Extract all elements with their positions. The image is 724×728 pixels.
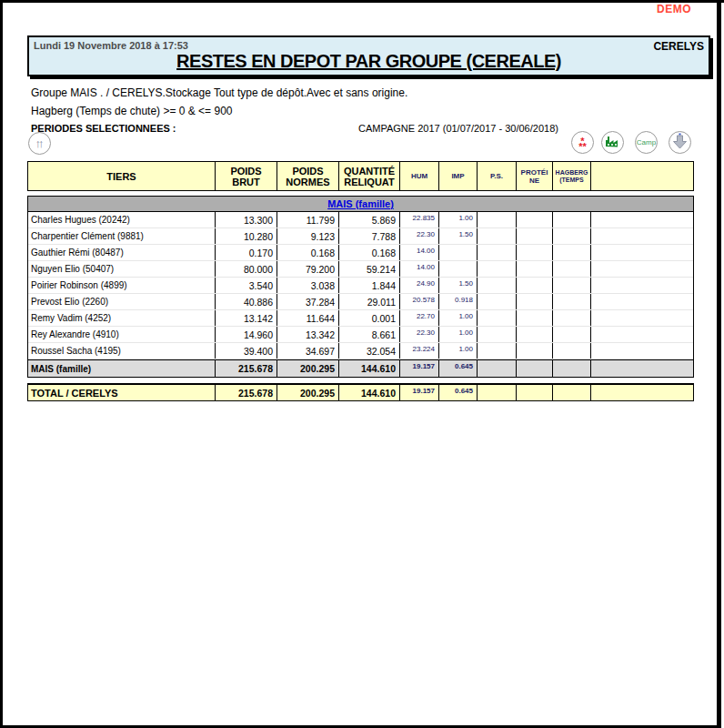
table-row: Prevost Elio (2260) 40.886 37.284 29.011… [28, 294, 693, 310]
cell-tiers: Prevost Elio (2260) [28, 294, 216, 309]
cell-proteine [517, 261, 553, 277]
cell-extra [591, 245, 693, 260]
cell-poids-normes: 13.342 [277, 327, 339, 342]
col-header-ps: P.S. [478, 162, 517, 190]
cell-quantite-reliquat: 32.054 [339, 343, 400, 359]
page-border-left [0, 0, 3, 728]
cell-quantite-reliquat: 29.011 [339, 294, 400, 309]
page-border-top [0, 0, 724, 3]
cell-poids-normes: 79.200 [277, 261, 339, 277]
hagberg-filter-line: Hagberg (Temps de chute) >= 0 & <= 900 [31, 105, 232, 117]
cell-poids-normes: 200.295 [277, 385, 339, 400]
cell-poids-brut: 40.886 [216, 294, 277, 309]
cell-tiers: Remy Vadim (4252) [28, 310, 216, 326]
group-link[interactable]: MAIS (famille) [327, 198, 394, 209]
cell-poids-normes: 34.697 [277, 343, 339, 359]
table-row: Charles Hugues (20242) 13.300 11.799 5.8… [28, 212, 693, 228]
cell-hum: 19.157 [400, 360, 439, 377]
cell-imp [439, 261, 478, 277]
cell-tiers: Nguyen Elio (50407) [28, 261, 216, 277]
cell-extra [591, 212, 693, 228]
cell-hum: 14.00 [400, 245, 439, 260]
selection-criteria-button[interactable]: * ** [571, 131, 594, 154]
cell-tiers: Charpentier Clément (9881) [28, 228, 216, 244]
cell-extra [591, 294, 693, 309]
cell-proteine [517, 327, 553, 342]
site-button[interactable] [601, 131, 624, 154]
cell-extra [591, 228, 693, 244]
cell-poids-normes: 11.799 [277, 212, 339, 228]
cell-poids-normes: 37.284 [277, 294, 339, 309]
cell-extra [591, 310, 693, 326]
cell-hagberg [553, 245, 591, 260]
cell-hagberg [553, 278, 591, 293]
cell-hum: 20.578 [400, 294, 439, 309]
demo-watermark: DEMO [657, 3, 691, 15]
col-header-proteine: PROTÉINE [517, 162, 553, 190]
cell-quantite-reliquat: 144.610 [339, 360, 400, 377]
group-total-row: MAIS (famille) 215.678 200.295 144.610 1… [28, 359, 693, 377]
cell-poids-normes: 3.038 [277, 278, 339, 293]
cell-quantite-reliquat: 8.661 [339, 327, 400, 342]
cell-extra [591, 327, 693, 342]
col-header-poids-normes: POIDS NORMES [277, 162, 339, 190]
periods-label: PERIODES SELECTIONNEES : [31, 123, 176, 134]
col-header-quantite-reliquat: QUANTITÉ RELIQUAT [339, 162, 400, 190]
cell-extra [591, 360, 693, 377]
cell-extra [591, 278, 693, 293]
cell-tiers: Roussel Sacha (4195) [28, 343, 216, 359]
factory-icon [605, 135, 621, 151]
col-header-extra [591, 162, 693, 190]
cell-poids-brut: 10.280 [216, 228, 277, 244]
cell-hagberg [553, 261, 591, 277]
cell-poids-brut: 13.300 [216, 212, 277, 228]
cell-tiers: Poirier Robinson (4899) [28, 278, 216, 293]
cell-ps [478, 327, 517, 342]
table-header-row: TIERS POIDS BRUT POIDS NORMES QUANTITÉ R… [27, 161, 694, 191]
col-header-tiers: TIERS [28, 162, 216, 190]
table-row: Charpentier Clément (9881) 10.280 9.123 … [28, 228, 693, 245]
scroll-top-button[interactable]: ↑↑ [28, 132, 51, 155]
export-down-button[interactable] [669, 131, 691, 154]
cell-extra [591, 343, 693, 359]
cell-proteine [517, 385, 553, 400]
cell-proteine [517, 310, 553, 326]
cell-hum: 24.90 [400, 278, 439, 293]
cell-poids-normes: 9.123 [277, 228, 339, 244]
cell-proteine [517, 278, 553, 293]
cell-ps [478, 294, 517, 309]
cell-hagberg [553, 310, 591, 326]
cell-ps [478, 385, 517, 400]
cell-quantite-reliquat: 59.214 [339, 261, 400, 277]
cell-tiers: Rey Alexandre (4910) [28, 327, 216, 342]
cell-imp [439, 245, 478, 260]
cell-hum: 14.00 [400, 261, 439, 277]
group-header-row: MAIS (famille) [28, 197, 693, 212]
cell-quantite-reliquat: 144.610 [339, 385, 400, 400]
cell-hagberg [553, 343, 591, 359]
report-header-box: Lundi 19 Novembre 2018 à 17:53 CERELYS R… [27, 35, 710, 76]
cell-imp: 1.00 [439, 212, 478, 228]
cell-proteine [517, 343, 553, 359]
group-scope-line: Groupe MAIS . / CERELYS.Stockage Tout ty… [31, 86, 407, 99]
cell-tiers: MAIS (famille) [28, 360, 216, 377]
cell-hum: 22.30 [400, 327, 439, 342]
cell-proteine [517, 212, 553, 228]
cell-ps [478, 278, 517, 293]
cell-imp: 0.918 [439, 294, 478, 309]
campaign-label: CAMPAGNE 2017 (01/07/2017 - 30/06/2018) [358, 123, 558, 134]
cell-imp: 1.00 [439, 310, 478, 326]
cell-hagberg [553, 294, 591, 309]
down-arrow-icon [672, 133, 688, 153]
campaign-button[interactable]: Camp [635, 131, 658, 154]
cell-poids-brut: 14.960 [216, 327, 277, 342]
cell-imp: 0.645 [439, 385, 478, 400]
col-header-imp: IMP [439, 162, 478, 190]
cell-imp: 1.50 [439, 278, 478, 293]
cell-poids-brut: 215.678 [216, 360, 277, 377]
cell-ps [478, 212, 517, 228]
cell-poids-brut: 39.400 [216, 343, 277, 359]
table-row: Roussel Sacha (4195) 39.400 34.697 32.05… [28, 343, 693, 359]
table-body: MAIS (famille) Charles Hugues (20242) 13… [27, 196, 694, 378]
cell-imp: 1.00 [439, 343, 478, 359]
